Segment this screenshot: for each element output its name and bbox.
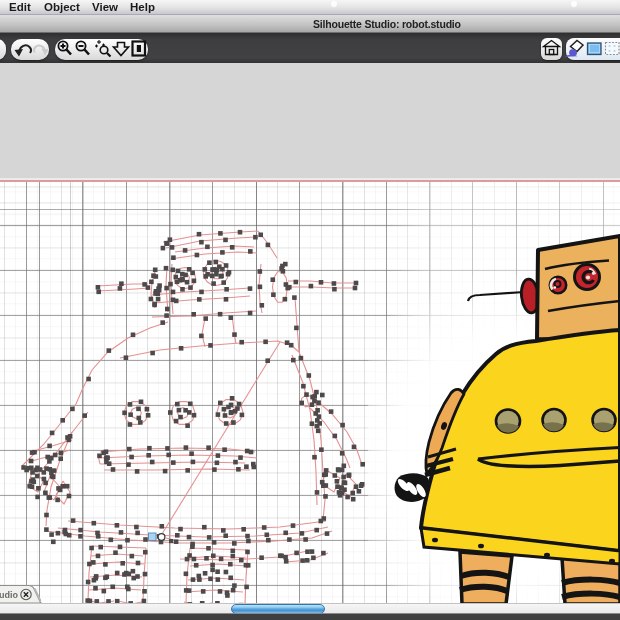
svg-text:udio: udio xyxy=(0,590,18,600)
